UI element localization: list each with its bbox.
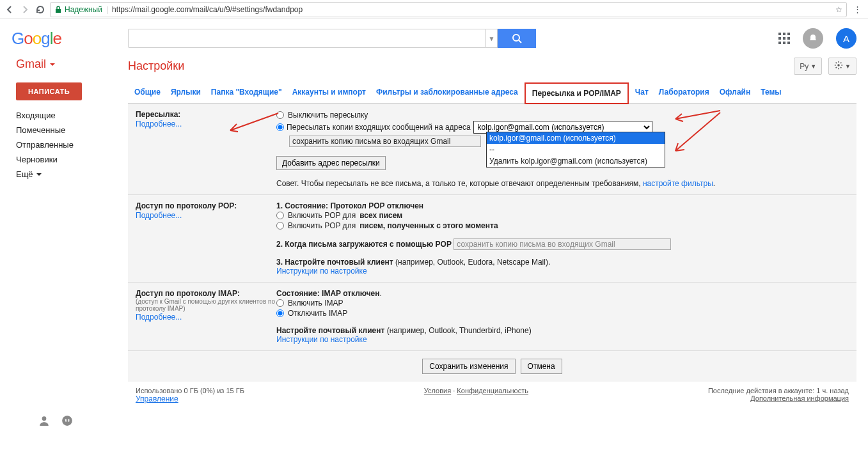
settings-gear-button[interactable]: ▼	[828, 58, 856, 75]
tab-chat[interactable]: Чат	[635, 88, 649, 99]
pop-download-label: 2. Когда письма загружаются с помощью PO…	[276, 240, 452, 249]
imap-state-v: IMAP отключен	[322, 289, 379, 298]
hangouts-footer	[0, 409, 868, 428]
forward-icon[interactable]	[19, 4, 31, 15]
pop-client-rest: (например, Outlook, Eudora, Netscape Mai…	[395, 258, 550, 267]
pop-instructions-link[interactable]: Инструкции по настройке	[276, 267, 367, 276]
search-options-caret-icon[interactable]: ▼	[486, 29, 498, 48]
google-logo[interactable]: Google	[12, 29, 70, 49]
tab-general[interactable]: Общие	[134, 88, 161, 99]
tab-inbox[interactable]: Папка "Входящие"	[211, 88, 282, 99]
url-bar[interactable]: Надежный | https://mail.google.com/mail/…	[50, 2, 847, 17]
browser-toolbar: Надежный | https://mail.google.com/mail/…	[0, 0, 868, 19]
sidebar-item-drafts[interactable]: Черновики	[16, 152, 128, 167]
pop-r1-pre: Включить POP для	[288, 211, 356, 220]
sidebar-item-more[interactable]: Ещё	[16, 167, 128, 182]
section-forwarding: Пересылка: Подробнее... Выключить пересы…	[128, 104, 856, 195]
sidebar-item-starred[interactable]: Помеченные	[16, 123, 128, 137]
forwarding-disable-radio[interactable]	[276, 111, 284, 119]
section-pop: Доступ по протоколу POP: Подробнее... 1.…	[128, 195, 856, 283]
forwarding-disable-label: Выключить пересылку	[288, 111, 368, 120]
forwarding-keep-copy-select[interactable]: сохранить копию письма во входящих Gmail	[289, 136, 481, 147]
settings-tabs: Общие Ярлыки Папка "Входящие" Аккаунты и…	[128, 84, 856, 104]
terms-link[interactable]: Условия	[424, 387, 451, 394]
sidebar-item-sent[interactable]: Отправленные	[16, 137, 128, 152]
pop-enable-now-radio[interactable]	[276, 222, 284, 230]
add-forwarding-address-button[interactable]: Добавить адрес пересылки	[276, 156, 386, 170]
manage-storage-link[interactable]: Управление	[136, 394, 178, 403]
forwarding-enable-radio[interactable]	[276, 123, 284, 131]
imap-instructions-link[interactable]: Инструкции по настройке	[276, 335, 367, 344]
save-button[interactable]: Сохранить изменения	[422, 359, 515, 374]
cancel-button[interactable]: Отмена	[521, 359, 562, 374]
pop-status: 1. Состояние: Протокол POP отключен	[276, 201, 423, 210]
imap-more-link[interactable]: Подробнее...	[136, 313, 182, 322]
imap-conf-b: Настройте почтовый клиент	[276, 326, 387, 335]
tab-themes[interactable]: Темы	[761, 88, 781, 99]
lock-icon: Надежный	[54, 5, 102, 14]
activity-text: Последние действия в аккаунте: 1 ч. наза…	[708, 387, 849, 394]
search-input[interactable]	[128, 29, 486, 48]
search-wrap: ▼	[128, 29, 536, 48]
search-button[interactable]	[498, 29, 536, 48]
footer: Использовано 0 ГБ (0%) из 15 ГБ Управлен…	[128, 382, 856, 409]
privacy-link[interactable]: Конфиденциальность	[457, 387, 528, 394]
forwarding-more-link[interactable]: Подробнее...	[136, 120, 182, 129]
browser-menu-icon[interactable]: ⋮	[851, 4, 864, 14]
avatar[interactable]: A	[836, 28, 856, 49]
dropdown-option[interactable]: Удалить kolp.igor@gmail.com (используетс…	[487, 155, 665, 167]
imap-conf-rest: (например, Outlook, Thunderbird, iPhone)	[387, 326, 532, 335]
storage-text: Использовано 0 ГБ (0%) из 15 ГБ	[136, 387, 244, 394]
imap-disable-radio[interactable]	[276, 309, 284, 317]
url-text: https://mail.google.com/mail/ca/u/9/#set…	[112, 5, 303, 14]
back-icon[interactable]	[4, 4, 15, 15]
apps-icon[interactable]	[778, 33, 790, 44]
imap-disable-label: Отключить IMAP	[288, 309, 347, 318]
dropdown-option[interactable]: --	[487, 144, 665, 155]
pop-r2-pre: Включить POP для	[288, 221, 356, 230]
person-icon[interactable]	[38, 415, 50, 428]
pop-download-select[interactable]: сохранить копию письма во входящих Gmail	[454, 238, 671, 250]
save-row: Сохранить изменения Отмена	[128, 351, 856, 382]
imap-enable-radio[interactable]	[276, 299, 284, 307]
sidebar: Gmail НАПИСАТЬ Входящие Помеченные Отпра…	[0, 58, 128, 409]
forwarding-tip-link[interactable]: настройте фильтры	[643, 179, 713, 188]
tab-labs[interactable]: Лаборатория	[659, 88, 709, 99]
tab-offline[interactable]: Офлайн	[720, 88, 750, 99]
svg-point-2	[837, 64, 840, 66]
content: Настройки Ру▼ ▼ Общие Ярлыки Папка "Вход…	[128, 58, 868, 409]
imap-sublabel: (доступ к Gmail с помощью других клиенто…	[136, 298, 276, 312]
imap-enable-label: Включить IMAP	[288, 299, 343, 308]
star-icon[interactable]: ☆	[835, 5, 842, 14]
tab-forwarding-pop-imap[interactable]: Пересылка и POP/IMAP	[525, 82, 629, 104]
dropdown-option[interactable]: kolp.igor@gmail.com (используется)	[487, 132, 665, 144]
tip-post: .	[713, 179, 715, 188]
forwarding-enable-label: Пересылать копии входящих сообщений на а…	[287, 123, 471, 132]
svg-point-1	[513, 35, 519, 41]
forwarding-address-dropdown: kolp.igor@gmail.com (используется) -- Уд…	[486, 132, 665, 168]
sidebar-item-inbox[interactable]: Входящие	[16, 108, 128, 123]
gear-icon	[834, 61, 843, 72]
compose-button[interactable]: НАПИСАТЬ	[16, 82, 82, 100]
language-button[interactable]: Ру▼	[794, 58, 822, 75]
pop-label: Доступ по протоколу POP:	[136, 201, 276, 210]
section-imap: Доступ по протоколу IMAP: (доступ к Gmai…	[128, 283, 856, 351]
svg-point-4	[62, 416, 72, 426]
pop-r1-bold: всех писем	[359, 211, 402, 220]
page-title: Настройки	[128, 59, 184, 73]
gmail-brand[interactable]: Gmail	[16, 58, 128, 71]
tab-accounts[interactable]: Аккаунты и импорт	[292, 88, 366, 99]
tab-filters[interactable]: Фильтры и заблокированные адреса	[376, 88, 518, 99]
imap-state-b: Состояние:	[276, 289, 322, 298]
svg-point-3	[42, 416, 47, 421]
imap-label: Доступ по протоколу IMAP:	[136, 289, 276, 298]
notifications-icon[interactable]	[803, 28, 823, 49]
reload-icon[interactable]	[35, 4, 46, 15]
pop-more-link[interactable]: Подробнее...	[136, 211, 182, 220]
gmail-header: Google ▼ A	[0, 19, 868, 58]
hangouts-icon[interactable]	[61, 415, 73, 428]
tab-labels[interactable]: Ярлыки	[171, 88, 201, 99]
forwarding-label: Пересылка:	[136, 110, 276, 119]
activity-details-link[interactable]: Дополнительная информация	[750, 394, 849, 402]
pop-enable-all-radio[interactable]	[276, 212, 284, 219]
